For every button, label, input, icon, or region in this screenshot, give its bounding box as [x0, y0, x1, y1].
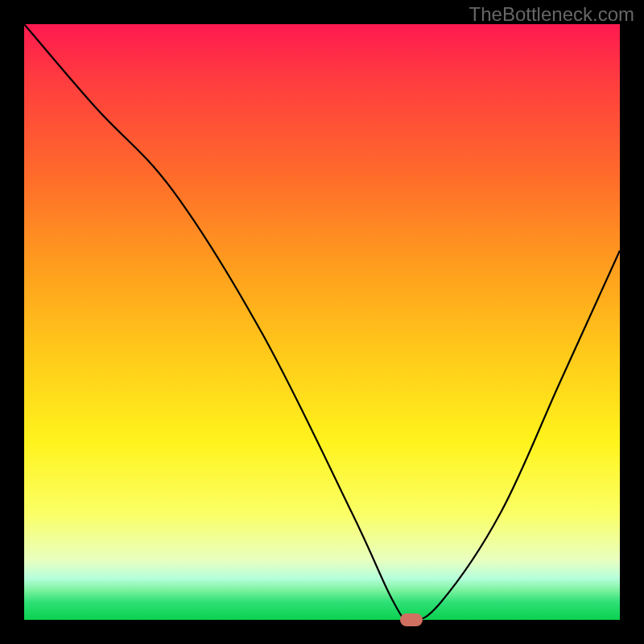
watermark-text: TheBottleneck.com — [469, 3, 634, 26]
plot-gradient-background — [24, 24, 620, 620]
chart-container: TheBottleneck.com — [0, 0, 644, 644]
highlight-marker — [400, 613, 423, 626]
